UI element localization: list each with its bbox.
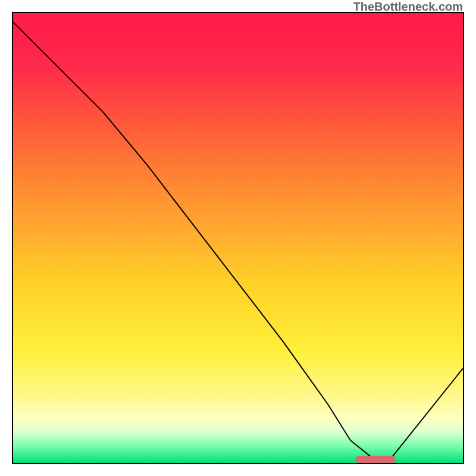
plot-area xyxy=(12,12,464,464)
bottleneck-curve xyxy=(13,13,463,463)
optimal-range-marker xyxy=(355,456,396,463)
chart-container: TheBottleneck.com xyxy=(0,0,476,476)
watermark-text: TheBottleneck.com xyxy=(353,0,463,14)
